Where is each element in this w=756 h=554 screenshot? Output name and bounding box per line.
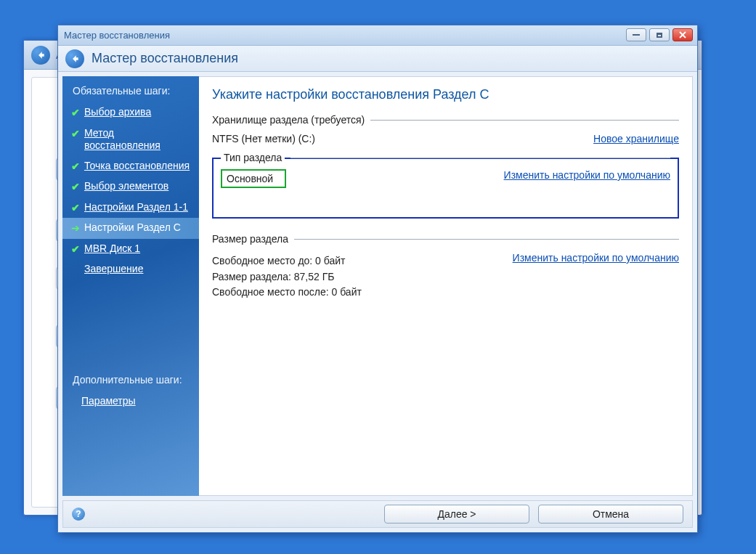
step-finish[interactable]: Завершение <box>62 259 199 280</box>
storage-section-label: Хранилище раздела (требуется) <box>212 114 365 126</box>
titlebar[interactable]: Мастер восстановления <box>58 25 697 46</box>
dialog-header: Мастер восстановления <box>58 46 697 72</box>
step-label: Выбор архива <box>84 106 151 119</box>
step-settings-1-1[interactable]: ✔ Настройки Раздел 1-1 <box>62 197 199 219</box>
help-button[interactable]: ? <box>72 508 85 521</box>
check-icon: ✔ <box>71 181 80 194</box>
minimize-button[interactable] <box>626 28 646 41</box>
partition-type-value: Основной <box>221 169 286 188</box>
step-archive-choice[interactable]: ✔ Выбор архива <box>62 102 199 123</box>
step-label: Настройки Раздел 1-1 <box>84 201 188 214</box>
step-label: Завершение <box>84 263 143 276</box>
step-recovery-method[interactable]: ✔ Метод восстановления <box>62 123 199 156</box>
cancel-button[interactable]: Отмена <box>538 505 683 524</box>
check-icon: ✔ <box>71 160 80 174</box>
ptype-section-label: Тип раздела <box>221 152 285 163</box>
psize-section-label: Размер раздела <box>212 233 288 245</box>
psize-change-link[interactable]: Изменить настройки по умолчанию <box>513 252 679 264</box>
window-title: Мастер восстановления <box>64 30 170 41</box>
step-parameters[interactable]: Параметры <box>62 391 199 412</box>
wizard-sidebar: Обязательные шаги: ✔ Выбор архива ✔ Мето… <box>62 76 199 496</box>
arrow-icon: ➔ <box>71 222 80 235</box>
ptype-section-header: Тип раздела <box>221 152 670 163</box>
new-storage-link[interactable]: Новое хранилище <box>593 133 679 144</box>
psize-section-header: Размер раздела <box>212 233 679 245</box>
step-label: Настройки Раздел C <box>84 221 181 235</box>
step-element-choice[interactable]: ✔ Выбор элементов <box>62 176 199 197</box>
free-after: Свободное место после: 0 байт <box>212 285 362 301</box>
bg-back-icon <box>31 46 50 65</box>
free-before: Свободное место до: 0 байт <box>212 253 362 269</box>
maximize-button[interactable] <box>649 28 670 41</box>
dialog-footer: ? Далее > Отмена <box>62 500 693 528</box>
close-button[interactable] <box>672 28 693 41</box>
optional-steps-heading: Дополнительные шаги: <box>62 374 199 391</box>
step-mbr-disk1[interactable]: ✔ MBR Диск 1 <box>62 239 199 260</box>
partition-size-info: Свободное место до: 0 байт Размер раздел… <box>212 253 362 301</box>
ptype-change-link[interactable]: Изменить настройки по умолчанию <box>504 169 670 181</box>
check-icon: ✔ <box>71 202 80 215</box>
storage-value: NTFS (Нет метки) (C:) <box>212 133 315 144</box>
step-label: Точка восстановления <box>84 160 190 173</box>
page-title: Укажите настройки восстановления Раздел … <box>212 87 679 102</box>
check-icon: ✔ <box>71 128 80 141</box>
next-button[interactable]: Далее > <box>384 505 529 524</box>
storage-section-header: Хранилище раздела (требуется) <box>212 114 679 126</box>
check-icon: ✔ <box>71 243 80 256</box>
wizard-content: Укажите настройки восстановления Раздел … <box>199 76 693 496</box>
header-title: Мастер восстановления <box>92 51 238 66</box>
back-button[interactable] <box>65 49 84 68</box>
step-label: MBR Диск 1 <box>84 243 140 256</box>
step-settings-c[interactable]: ➔ Настройки Раздел C <box>62 218 199 239</box>
check-icon: ✔ <box>71 107 80 120</box>
required-steps-heading: Обязательные шаги: <box>62 85 199 102</box>
step-recovery-point[interactable]: ✔ Точка восстановления <box>62 156 199 177</box>
step-label: Параметры <box>81 395 136 408</box>
partition-type-box: Тип раздела Основной Изменить настройки … <box>212 158 679 219</box>
wizard-dialog: Мастер восстановления Мастер восстановле… <box>57 25 698 533</box>
step-label: Выбор элементов <box>84 180 168 193</box>
step-label: Метод восстановления <box>84 127 190 152</box>
partition-size: Размер раздела: 87,52 ГБ <box>212 269 362 285</box>
